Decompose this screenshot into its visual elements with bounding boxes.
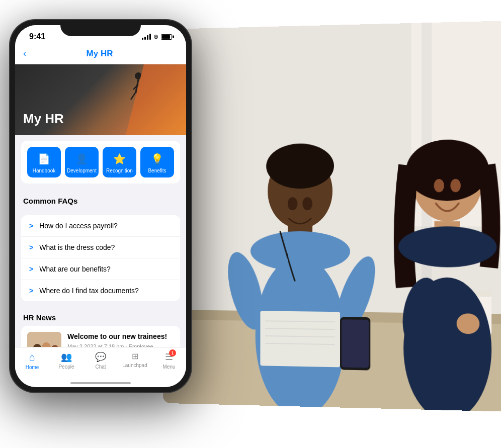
tab-menu[interactable]: ☰ 1 Menu: [152, 351, 186, 377]
faq-item-3[interactable]: > What are our benefits?: [21, 258, 180, 280]
faq-list: > How do I access payroll? > What is the…: [21, 215, 180, 301]
development-icon: 👤: [75, 153, 88, 165]
faq-text-3: What are our benefits?: [39, 265, 111, 273]
phone-frame: 9:41 ⊛ ‹ My HR: [10, 20, 191, 392]
svg-rect-22: [342, 319, 369, 368]
phone-screen: 9:41 ⊛ ‹ My HR: [15, 25, 186, 387]
launchpad-icon: ⊞: [132, 351, 138, 361]
hero-title: My HR: [23, 111, 64, 127]
news-header: HR News: [21, 307, 180, 326]
home-icon: ⌂: [29, 351, 35, 363]
handbook-label: Handbook: [33, 168, 56, 173]
menu-badge: 1: [169, 349, 176, 356]
svg-point-30: [450, 179, 461, 193]
screen-content[interactable]: My HR: [15, 64, 186, 371]
svg-point-29: [434, 179, 444, 192]
faq-chevron-4: >: [29, 287, 33, 295]
tab-bar: ⌂ Home 👥 People 💬 Chat ⊞ Launchpad: [15, 347, 186, 387]
wifi-icon: ⊛: [153, 33, 158, 40]
tab-launchpad-label: Launchpad: [122, 363, 147, 368]
tab-launchpad[interactable]: ⊞ Launchpad: [118, 351, 152, 377]
tab-menu-label: Menu: [162, 364, 175, 370]
status-time: 9:41: [29, 32, 45, 41]
handbook-icon: 📄: [38, 153, 50, 165]
background-photo: [163, 21, 501, 411]
faq-chevron-2: >: [29, 243, 33, 251]
faq-chevron-3: >: [29, 265, 33, 273]
people-icon: 👥: [61, 351, 72, 363]
development-button[interactable]: 👤 Development: [65, 147, 99, 177]
svg-line-36: [131, 92, 136, 100]
status-icons: ⊛: [142, 33, 172, 40]
tab-home[interactable]: ⌂ Home: [15, 351, 49, 377]
tab-people-label: People: [58, 364, 74, 370]
svg-point-14: [288, 197, 298, 210]
faq-item-4[interactable]: > Where do I find tax documents?: [21, 280, 180, 301]
benefits-label: Benefits: [148, 168, 166, 173]
handbook-button[interactable]: 📄 Handbook: [27, 147, 61, 177]
faq-item-2[interactable]: > What is the dress code?: [21, 237, 180, 258]
signal-icon: [142, 34, 151, 40]
faq-text-2: What is the dress code?: [39, 243, 115, 251]
hero-banner: My HR: [15, 64, 186, 135]
benefits-button[interactable]: 💡 Benefits: [140, 147, 174, 177]
battery-icon: [161, 34, 172, 40]
tab-home-label: Home: [26, 365, 39, 370]
development-label: Development: [67, 168, 97, 173]
tab-chat[interactable]: 💬 Chat: [84, 351, 118, 377]
news-title: Welcome to our new trainees!: [67, 332, 174, 341]
faq-section: Common FAQs > How do I access payroll? >…: [15, 190, 186, 301]
nav-title: My HR: [30, 49, 169, 59]
home-indicator: [70, 382, 131, 384]
quick-actions: 📄 Handbook 👤 Development ⭐ Recognition 💡…: [21, 141, 180, 184]
nav-bar: ‹ My HR: [15, 44, 186, 64]
phone-notch: [60, 20, 141, 36]
tab-chat-label: Chat: [95, 364, 106, 370]
faq-text-4: Where do I find tax documents?: [39, 287, 139, 295]
back-button[interactable]: ‹: [23, 48, 26, 59]
faq-item-1[interactable]: > How do I access payroll?: [21, 215, 180, 237]
recognition-button[interactable]: ⭐ Recognition: [103, 147, 136, 177]
tab-people[interactable]: 👥 People: [49, 351, 84, 377]
benefits-icon: 💡: [151, 153, 163, 165]
faq-chevron-1: >: [29, 222, 33, 230]
faq-header: Common FAQs: [15, 190, 186, 209]
faq-text-1: How do I access payroll?: [39, 222, 118, 230]
phone-mockup: 9:41 ⊛ ‹ My HR: [10, 20, 191, 392]
svg-rect-16: [260, 311, 340, 367]
chat-icon: 💬: [95, 351, 106, 363]
recognition-icon: ⭐: [113, 153, 126, 165]
recognition-label: Recognition: [106, 168, 133, 173]
svg-point-15: [302, 197, 312, 210]
menu-badge-container: ☰ 1: [165, 351, 173, 363]
